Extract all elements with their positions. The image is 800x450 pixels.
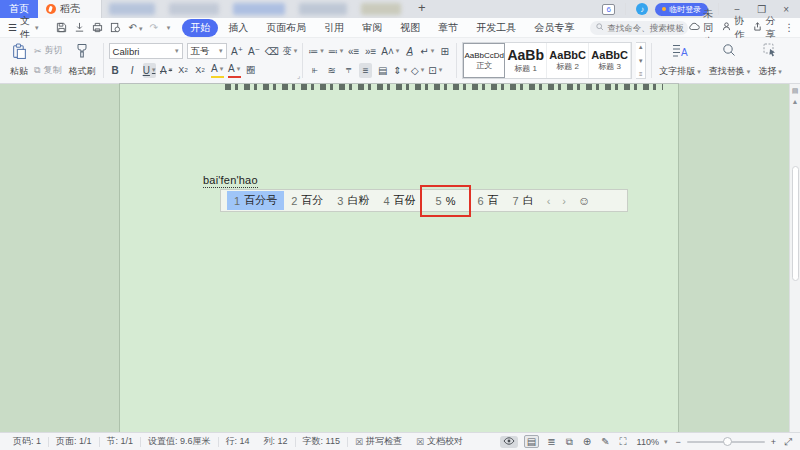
format-painter-button[interactable]: 格式刷 xyxy=(67,41,98,80)
document-page[interactable] xyxy=(120,84,678,432)
clear-format-icon[interactable]: ⌫ xyxy=(265,44,279,59)
read-layout-icon[interactable]: ⧉ xyxy=(564,436,575,448)
page-view-icon[interactable]: ▤ xyxy=(524,435,539,448)
ime-candidate-6[interactable]: 6 百 xyxy=(470,191,505,210)
blurred-document-tab[interactable] xyxy=(169,3,219,15)
tab-docer[interactable]: 稻壳 xyxy=(38,0,102,18)
zoom-slider[interactable] xyxy=(687,441,765,443)
tab-review[interactable]: 审阅 xyxy=(354,19,390,37)
tab-developer[interactable]: 开发工具 xyxy=(468,19,524,37)
scroll-up-icon[interactable]: ▲ xyxy=(792,98,799,105)
increase-font-button[interactable]: A⁺ xyxy=(231,44,244,59)
print-icon[interactable] xyxy=(92,22,103,33)
fullscreen-icon[interactable]: ⤢ xyxy=(782,436,794,448)
ruler-toggle-icon[interactable]: ▤ xyxy=(792,87,799,95)
tab-page-layout[interactable]: 页面布局 xyxy=(258,19,314,37)
underline-button[interactable]: U▾ xyxy=(143,63,156,78)
pinyin-guide-icon[interactable]: 变▾ xyxy=(283,44,298,59)
print-preview-icon[interactable] xyxy=(110,22,121,33)
style-heading3[interactable]: AaBbC 标题 3 xyxy=(589,43,631,78)
tab-view[interactable]: 视图 xyxy=(392,19,428,37)
italic-button[interactable]: I xyxy=(126,63,139,78)
blurred-document-tab[interactable] xyxy=(233,3,285,15)
notification-badge[interactable]: 6 xyxy=(602,4,615,15)
spell-check-button[interactable]: ☒ 拼写检查 xyxy=(348,435,409,448)
save-icon[interactable] xyxy=(56,22,67,33)
ime-candidate-5[interactable]: 5 % xyxy=(429,193,463,209)
fit-page-icon[interactable]: ⛶ xyxy=(618,436,629,448)
zoom-level[interactable]: 110% ▾ xyxy=(635,437,670,447)
tab-section[interactable]: 章节 xyxy=(430,19,466,37)
font-color-button[interactable]: A▾ xyxy=(228,63,241,78)
borders-icon[interactable]: ⊡▾ xyxy=(428,63,442,78)
tab-references[interactable]: 引用 xyxy=(316,19,352,37)
enclosed-char-icon[interactable]: 圈 xyxy=(245,63,258,78)
gallery-more-icon[interactable]: ≡ xyxy=(639,71,643,77)
candidate-prev-page-icon[interactable]: ‹ xyxy=(541,193,557,209)
emoji-icon[interactable]: ☺ xyxy=(574,192,594,210)
zoom-slider-knob[interactable] xyxy=(723,437,732,446)
zoom-in-button[interactable]: + xyxy=(771,437,776,447)
dialog-launcher-icon[interactable]: ⌟ xyxy=(297,72,300,80)
superscript-button[interactable]: X2 xyxy=(177,63,190,78)
select-button[interactable]: 选择▾ xyxy=(756,41,784,80)
document-canvas[interactable]: bai'fen'hao 1 百分号 2 百分 3 白粉 4 百份 5 % xyxy=(0,84,800,432)
blurred-document-tab[interactable] xyxy=(299,3,347,15)
align-center-icon[interactable]: ≋ xyxy=(325,63,338,78)
status-word-count[interactable]: 字数: 115 xyxy=(296,435,347,448)
cut-button[interactable]: ✂剪切 xyxy=(34,44,63,57)
align-left-icon[interactable]: ⫦ xyxy=(308,63,321,78)
font-name-combo[interactable]: Calibri▾ xyxy=(109,43,183,59)
ime-candidate-2[interactable]: 2 百分 xyxy=(284,191,330,210)
ime-candidate-1[interactable]: 1 百分号 xyxy=(227,191,284,210)
distribute-icon[interactable]: ▤ xyxy=(376,63,389,78)
paste-button[interactable]: 粘贴 xyxy=(8,41,30,80)
style-heading2[interactable]: AaBbC 标题 2 xyxy=(547,43,589,78)
candidate-next-page-icon[interactable]: › xyxy=(556,193,572,209)
export-pdf-icon[interactable] xyxy=(74,22,85,33)
user-avatar[interactable]: ♪ xyxy=(636,3,648,15)
blurred-document-tab[interactable] xyxy=(361,3,401,15)
line-spacing-icon[interactable]: ⇕▾ xyxy=(393,63,407,78)
blurred-document-tab[interactable] xyxy=(109,3,155,15)
text-layout-button[interactable]: A 文字排版▾ xyxy=(657,41,703,80)
command-search-box[interactable] xyxy=(590,21,688,35)
outline-view-icon[interactable]: ≣ xyxy=(545,436,557,447)
align-right-icon[interactable]: ⫧ xyxy=(342,63,355,78)
undo-icon[interactable]: ↶▾ xyxy=(128,22,142,33)
customize-toolbar-icon[interactable]: ▾ xyxy=(167,24,171,32)
strikethrough-button[interactable]: A▾ xyxy=(160,63,173,78)
web-layout-icon[interactable]: ⊕ xyxy=(581,436,593,447)
numbered-list-icon[interactable]: ≕▾ xyxy=(328,44,344,59)
increase-indent-icon[interactable]: »≡ xyxy=(364,44,377,59)
tab-membership[interactable]: 会员专享 xyxy=(526,19,582,37)
eye-protection-button[interactable] xyxy=(500,436,518,448)
justify-icon[interactable]: ≡ xyxy=(359,63,372,78)
gallery-down-icon[interactable]: ▼ xyxy=(638,58,644,64)
redo-icon[interactable]: ↷ xyxy=(149,22,157,33)
style-heading1[interactable]: AaBb 标题 1 xyxy=(505,43,547,78)
text-effect-icon[interactable]: A˄▾ xyxy=(381,44,399,59)
vertical-scrollbar[interactable]: ▤ ▲ xyxy=(789,84,800,432)
font-size-combo[interactable]: 五号▾ xyxy=(187,43,227,59)
shading-icon[interactable]: ◇▾ xyxy=(411,63,424,78)
find-replace-button[interactable]: 查找替换▾ xyxy=(707,41,753,80)
zoom-out-button[interactable]: − xyxy=(675,437,680,447)
more-options-icon[interactable]: ⋮ xyxy=(784,22,794,33)
copy-button[interactable]: ⧉复制 xyxy=(34,64,63,77)
ink-mode-icon[interactable]: ✎ xyxy=(599,436,611,447)
highlight-color-button[interactable]: A▾ xyxy=(211,63,224,78)
scrollbar-thumb[interactable] xyxy=(792,166,799,281)
search-input[interactable] xyxy=(607,23,687,33)
style-body[interactable]: AaBbCcDd 正文 xyxy=(463,43,505,78)
tab-home[interactable]: 开始 xyxy=(182,19,218,37)
subscript-button[interactable]: X2 xyxy=(194,63,207,78)
decrease-font-button[interactable]: A⁻ xyxy=(248,44,261,59)
paragraph-mark-icon[interactable]: ↵▾ xyxy=(420,44,434,59)
tab-insert[interactable]: 插入 xyxy=(220,19,256,37)
gallery-scroll-buttons[interactable]: ▲ ▼ ≡ xyxy=(636,42,646,79)
ime-candidate-7[interactable]: 7 白 xyxy=(506,191,541,210)
new-tab-button[interactable]: + xyxy=(408,0,436,18)
proofread-button[interactable]: ☒ 文档校对 xyxy=(409,435,470,448)
bold-button[interactable]: B xyxy=(109,63,122,78)
